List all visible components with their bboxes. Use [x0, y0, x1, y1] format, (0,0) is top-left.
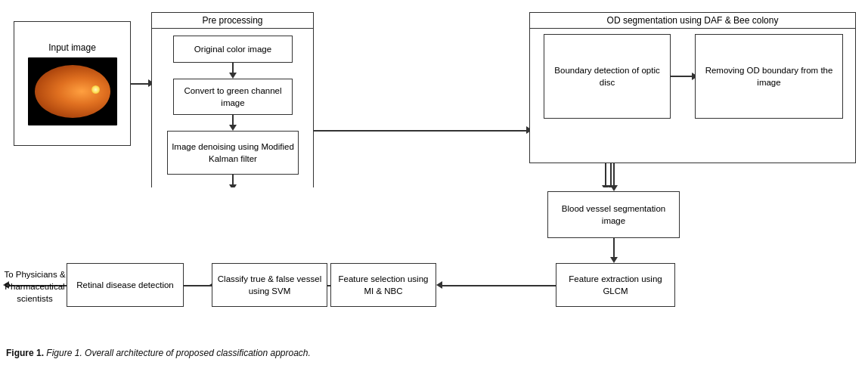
image-denoising-box: Image denoising using Modified Kalman fi…: [167, 131, 299, 175]
ln-od-blood: [605, 163, 606, 187]
ah-orig-green: [229, 73, 237, 79]
retinal-eye: [35, 65, 110, 118]
input-image-box: Input image: [14, 21, 131, 146]
physicians-text: To Physicians & Pharmaceutical scientist…: [4, 268, 66, 305]
convert-green-label: Convert to green channel image: [178, 85, 288, 109]
blood-v: Blood vessel segmentation image: [547, 191, 680, 238]
od-large-box: OD segmentation using DAF & Bee colony B…: [529, 12, 856, 163]
boundary-detection-label: Boundary detection of optic disc: [548, 64, 666, 88]
main-diagram: Input image Pre processing Original colo…: [0, 0, 868, 363]
retinal-disease-v2: Retinal disease detection: [67, 263, 184, 307]
ah-green-denoise: [229, 125, 237, 131]
feat-ext-v2: Feature extraction using GLCM: [556, 263, 675, 307]
boundary-detection-box: Boundary detection of optic disc: [544, 34, 671, 119]
feat-sel-v2: Feature selection using MI & NBC: [330, 263, 436, 307]
removing-od-label: Removing OD boundary from the image: [699, 64, 839, 88]
image-denoising-label: Image denoising using Modified Kalman fi…: [172, 141, 294, 165]
figure-caption: Figure 1. Figure 1. Overall architecture…: [6, 348, 311, 358]
retinal-image-container: [28, 57, 117, 125]
input-image-label: Input image: [48, 42, 96, 54]
optic-disc: [91, 85, 100, 94]
convert-green-box: Convert to green channel image: [173, 79, 293, 115]
original-color-label: Original color image: [194, 43, 271, 55]
arrow-line-pre-od: [314, 130, 529, 132]
preprocessing-title: Pre processing: [152, 13, 313, 29]
original-color-box: Original color image: [173, 36, 293, 63]
classify-v2: Classify true & false vessel using SVM: [212, 263, 327, 307]
caption-text: Figure 1. Overall architecture of propos…: [46, 348, 311, 358]
od-title: OD segmentation using DAF & Bee colony: [530, 13, 855, 29]
removing-od-box: Removing OD boundary from the image: [695, 34, 843, 119]
